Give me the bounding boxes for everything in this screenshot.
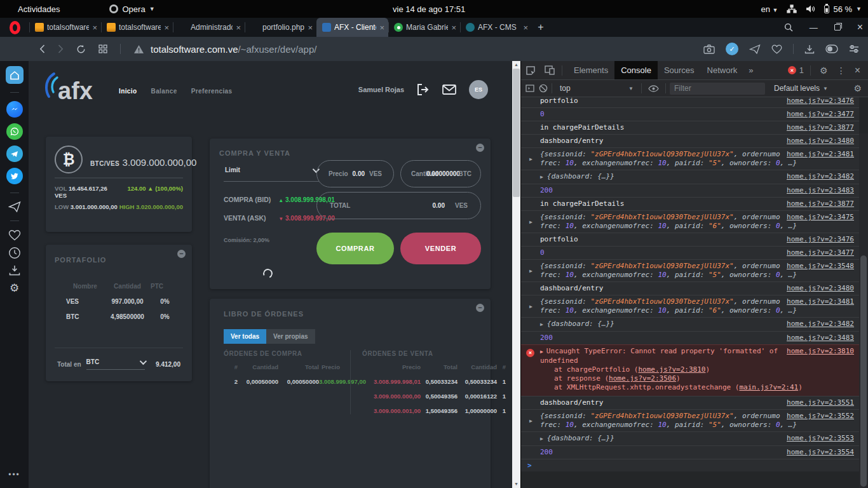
browser-tab[interactable]: portfolio.php - A × [245, 18, 316, 37]
source-link[interactable]: home.js?v=2:3480 [787, 137, 854, 146]
source-link[interactable]: home.js?v=2:3482 [787, 320, 854, 329]
telegram-icon[interactable] [6, 146, 23, 162]
downloads-icon[interactable] [804, 44, 815, 54]
forward-icon[interactable] [58, 44, 64, 53]
site-warning-icon[interactable] [133, 44, 144, 54]
close-icon[interactable]: × [92, 23, 97, 32]
collapse-icon[interactable]: − [177, 250, 186, 258]
context-selector[interactable]: top▼ [556, 84, 637, 93]
logout-icon[interactable] [417, 84, 430, 95]
volume-icon[interactable] [806, 4, 815, 13]
source-link[interactable]: home.js?v=2:3553 [787, 434, 854, 443]
back-icon[interactable] [39, 44, 45, 53]
device-toolbar-icon[interactable] [545, 65, 555, 75]
browser-tab[interactable]: totalsoftware.la × [29, 18, 101, 37]
speed-dial-icon[interactable] [98, 44, 107, 53]
inspect-element-icon[interactable] [526, 65, 536, 76]
close-icon[interactable]: × [523, 23, 528, 32]
browser-tab[interactable]: totalsoftware.la × [101, 18, 173, 37]
browser-tab[interactable]: Maria Gabriela H × [388, 18, 460, 37]
more-tabs-icon[interactable]: » [743, 65, 758, 75]
wallet-icon[interactable] [825, 44, 838, 53]
total-currency-select[interactable]: BTC [86, 358, 145, 370]
devtools-tab[interactable]: Network [701, 61, 744, 79]
live-expression-eye-icon[interactable] [648, 85, 659, 92]
devtools-scrollbar[interactable] [859, 133, 868, 488]
console-settings-icon[interactable]: ⚙ [853, 83, 862, 93]
activities-button[interactable]: Actividades [18, 4, 60, 14]
twitter-icon[interactable] [6, 168, 23, 184]
language-indicator[interactable]: en ▼ [761, 4, 778, 14]
nav-item[interactable]: Inicio [119, 88, 137, 95]
bookmarks-heart-icon[interactable] [8, 229, 21, 241]
nav-item[interactable]: Preferencias [191, 88, 233, 95]
restore-button[interactable] [834, 24, 841, 30]
page-scrollbar[interactable]: ▲ ▼ [512, 61, 520, 488]
source-link[interactable]: home.js?v=2:3476 [787, 235, 854, 244]
quantity-input[interactable]: Cantidad 0.00000000 BTC [400, 160, 481, 187]
reload-icon[interactable] [76, 44, 86, 54]
tab-ver-propias[interactable]: Ver propias [266, 329, 315, 344]
browser-tab[interactable]: AFX - CMS × [460, 18, 532, 37]
close-icon[interactable]: × [308, 23, 313, 32]
devtools-tab[interactable]: Sources [658, 61, 701, 79]
source-link[interactable]: home.js?v=2:3877 [787, 123, 854, 132]
source-link[interactable]: home.js?v=2:3877 [787, 200, 854, 208]
scrollbar-thumb[interactable] [513, 69, 520, 197]
source-link[interactable]: home.js?v=2:3477 [787, 248, 854, 257]
source-link[interactable]: home.js?v=2:3483 [787, 186, 854, 195]
afx-logo[interactable]: afx [40, 69, 100, 112]
clock[interactable]: vie 14 de ago 17:51 [393, 0, 465, 18]
price-input[interactable]: Precio 0.00 VES [316, 160, 394, 187]
browser-tab[interactable]: AFX - Cliente × [316, 18, 388, 37]
mail-icon[interactable] [442, 85, 456, 95]
new-tab-button[interactable]: + [532, 18, 550, 37]
log-levels-select[interactable]: Default levels▼ [774, 84, 828, 93]
source-link[interactable]: home.js?v=2:3482 [787, 172, 854, 181]
source-link[interactable]: home.js?v=2:3551 [787, 398, 854, 407]
source-link[interactable]: home.js?v=2:3483 [787, 334, 854, 342]
close-icon[interactable]: × [236, 23, 241, 32]
tab-ver-todas[interactable]: Ver todas [224, 329, 266, 344]
bookmark-heart-icon[interactable] [771, 44, 782, 54]
close-icon[interactable]: × [379, 23, 384, 32]
devtools-settings-icon[interactable]: ⚙ [820, 65, 828, 76]
browser-tab[interactable]: Administrador d × [173, 18, 245, 37]
collapse-icon[interactable]: − [476, 144, 484, 152]
flow-send-icon[interactable] [8, 201, 21, 212]
messenger-icon[interactable] [6, 101, 23, 118]
settings-gear-icon[interactable]: ⚙ [10, 281, 19, 295]
source-link[interactable]: home.js?v=2:3477 [787, 110, 854, 119]
devtools-tab[interactable]: Elements [567, 61, 614, 79]
source-link[interactable]: home.js?v=2:3810 [638, 365, 705, 374]
devtools-tab[interactable]: Console [614, 61, 658, 79]
console-prompt[interactable]: > [521, 459, 859, 471]
network-icon[interactable] [787, 4, 797, 13]
scrollbar-thumb[interactable] [860, 255, 867, 487]
filter-input[interactable] [670, 83, 765, 95]
my-flow-icon[interactable] [749, 44, 761, 54]
source-link[interactable]: home.js?v=2:3506 [609, 374, 676, 383]
minimize-button[interactable]: — [810, 24, 818, 32]
source-link[interactable]: home.js?v=2:3476 [787, 97, 854, 105]
search-icon[interactable] [784, 23, 793, 32]
history-clock-icon[interactable] [8, 247, 21, 259]
url-field[interactable]: totalsoftware.com.ve/~afxuser/dev/app/ [133, 44, 316, 55]
source-link[interactable]: main.js?v=2:41 [739, 383, 798, 391]
nav-item[interactable]: Balance [151, 88, 177, 95]
source-link[interactable]: home.js?v=2:3554 [787, 448, 854, 457]
order-type-select[interactable]: Limit [224, 161, 319, 182]
devtools-menu-icon[interactable]: ⋮ [837, 65, 846, 76]
sidebar-overflow-icon[interactable]: ••• [8, 470, 20, 479]
error-counter[interactable]: × 1 [788, 65, 804, 75]
vpn-shield-icon[interactable]: ✓ [726, 43, 738, 55]
speed-dial-home-icon[interactable] [6, 66, 24, 84]
devtools-close-icon[interactable]: × [855, 65, 860, 76]
close-icon[interactable]: × [164, 23, 169, 32]
downloads-icon[interactable] [9, 265, 20, 276]
battery-indicator[interactable]: 56 % ▼ [824, 4, 862, 14]
sell-button[interactable]: VENDER [400, 233, 481, 264]
avatar[interactable]: ES [469, 80, 488, 99]
whatsapp-icon[interactable] [6, 123, 23, 140]
easy-setup-icon[interactable] [849, 44, 859, 53]
